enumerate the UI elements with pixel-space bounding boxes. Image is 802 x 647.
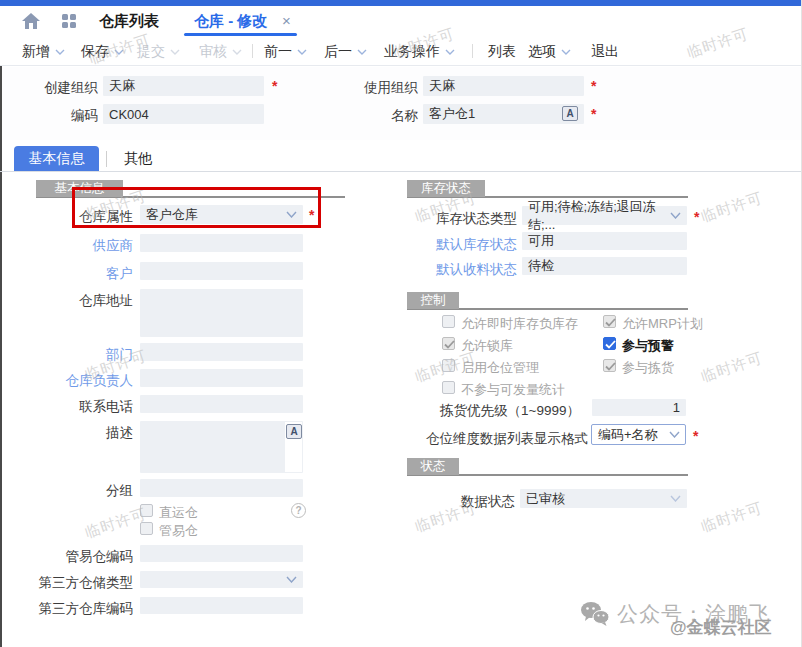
name-label: 名称 [350,107,418,125]
guanyi-label: 管易仓 [159,522,198,540]
create-org-label: 创建组织 [30,79,98,97]
business-ops-button[interactable]: 业务操作 [384,43,455,61]
tab-other[interactable]: 其他 [112,146,164,172]
third-party-type-label: 第三方仓储类型 [30,574,133,592]
grouping-label: 分组 [30,482,133,500]
description-textarea[interactable] [140,421,303,473]
apps-grid-icon[interactable] [62,14,77,29]
required-mark: * [591,78,596,94]
allow-lock-checkbox[interactable] [442,337,455,350]
community-watermark-text: @金蝶云社区 [670,616,772,639]
picking-priority-field[interactable]: 1 [592,399,686,416]
third-party-type-select[interactable] [140,571,303,588]
list-button[interactable]: 列表 [488,43,516,61]
data-status-label: 数据状态 [412,493,515,511]
customer-field[interactable] [140,262,303,280]
exit-button[interactable]: 退出 [591,43,619,61]
phone-field[interactable] [140,395,303,413]
third-party-code-label: 第三方仓库编码 [30,600,133,618]
direct-ship-label: 直运仓 [159,504,198,522]
manager-label[interactable]: 仓库负责人 [30,372,133,390]
required-mark: * [272,78,277,94]
tab-strip-line [0,171,802,172]
no-available-stat-checkbox[interactable] [442,381,455,394]
toolbar-separator [472,44,473,58]
customer-label[interactable]: 客户 [30,265,133,283]
submit-button[interactable]: 提交 [137,43,180,61]
watermark: 临时许可 [699,349,766,387]
department-field[interactable] [140,343,303,361]
help-icon[interactable]: ? [291,503,306,518]
prev-button[interactable]: 前一 [264,43,307,61]
group-header-basic: 基本信息 [36,180,123,197]
warning-label: 参与预警 [622,337,674,355]
default-stock-status-label[interactable]: 默认库存状态 [400,236,517,254]
stock-status-type-select[interactable]: 可用;待检;冻结;退回冻结;... [522,206,687,225]
use-org-label: 使用组织 [350,79,418,97]
code-label: 编码 [30,107,98,125]
tab-basic-info[interactable]: 基本信息 [14,146,99,172]
watermark: 临时许可 [699,499,766,537]
guanyi-code-label: 管易仓编码 [30,548,133,566]
multilingual-icon[interactable]: A [286,424,302,439]
allow-lock-label: 允许锁库 [461,337,513,355]
options-button[interactable]: 选项 [528,43,571,61]
default-receive-status-field[interactable]: 待检 [522,257,687,275]
wechat-icon [580,601,610,627]
no-available-stat-label: 不参与可发量统计 [461,381,565,399]
manager-field[interactable] [140,369,303,387]
phone-label: 联系电话 [30,398,133,416]
default-stock-status-field[interactable]: 可用 [522,232,687,250]
warehouse-edit-window: 仓库列表 仓库 - 修改 × 新增 保存 提交 审核 前一 后一 业务操作 列表… [0,0,802,647]
allow-negative-stock-checkbox[interactable] [442,315,455,328]
address-label: 仓库地址 [30,292,133,310]
allow-mrp-label: 允许MRP计划 [622,315,703,333]
code-field[interactable]: CK004 [103,104,264,124]
data-status-select[interactable]: 已审核 [520,489,687,508]
guanyi-checkbox[interactable] [140,522,153,535]
use-org-field[interactable]: 天麻 [423,76,584,96]
direct-ship-checkbox[interactable] [140,504,153,517]
group-header-stock-status: 库存状态 [407,180,485,197]
enable-location-checkbox[interactable] [442,359,455,372]
location-display-format-label: 仓位维度数据列表显示格式 [410,430,588,448]
multilingual-icon[interactable]: A [562,106,578,121]
warning-checkbox[interactable] [603,337,616,350]
warehouse-attr-label: 仓库属性 [30,208,133,226]
default-receive-status-label[interactable]: 默认收料状态 [400,261,517,279]
supplier-label[interactable]: 供应商 [30,237,133,255]
warehouse-attr-select[interactable]: 客户仓库 [140,205,303,224]
group-header-status: 状态 [407,458,459,475]
tab-warehouse-list[interactable]: 仓库列表 [99,12,159,31]
top-tab-bar: 仓库列表 仓库 - 修改 × [0,6,802,36]
required-mark: * [591,106,596,122]
allow-mrp-checkbox[interactable] [603,315,616,328]
guanyi-code-field[interactable] [140,545,303,562]
audit-button[interactable]: 审核 [199,43,242,61]
group-header-control: 控制 [407,292,459,309]
location-display-format-select[interactable]: 编码+名称 [591,424,686,445]
picking-checkbox[interactable] [603,359,616,372]
home-icon[interactable] [22,13,40,29]
close-tab-icon[interactable]: × [282,12,291,29]
grouping-field[interactable] [140,479,303,497]
supplier-field[interactable] [140,234,303,252]
name-field[interactable]: 客户仓1 [423,104,584,124]
description-label: 描述 [30,424,133,442]
create-org-field[interactable]: 天麻 [103,76,264,96]
allow-negative-stock-label: 允许即时库存负库存 [461,315,578,333]
toolbar-separator [252,44,253,58]
address-textarea[interactable] [140,289,303,337]
department-label[interactable]: 部门 [30,346,133,364]
picking-priority-label: 拣货优先级（1~9999） [420,402,580,420]
new-button[interactable]: 新增 [22,43,65,61]
required-mark: * [309,207,314,223]
stock-status-type-label: 库存状态类型 [400,210,517,228]
required-mark: * [694,209,699,225]
picking-label: 参与拣货 [622,359,674,377]
toolbar: 新增 保存 提交 审核 前一 后一 业务操作 列表 选项 退出 [0,36,802,66]
next-button[interactable]: 后一 [324,43,367,61]
save-button[interactable]: 保存 [81,43,124,61]
tab-warehouse-edit[interactable]: 仓库 - 修改 [194,12,267,31]
third-party-code-field[interactable] [140,597,303,614]
